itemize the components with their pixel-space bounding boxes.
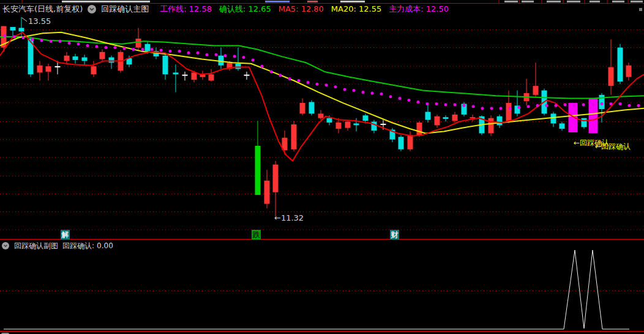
candle[interactable] (626, 63, 632, 80)
candle[interactable] (489, 115, 494, 136)
sub-indicator-value-label: 回踩确认: (62, 241, 94, 251)
candle[interactable] (524, 79, 530, 106)
chevron-down-icon[interactable] (2, 242, 9, 249)
candle[interactable] (551, 112, 556, 127)
candle[interactable] (497, 115, 503, 128)
indicator-field: MA20: 12.55 (331, 4, 381, 13)
window-edge-nub (639, 8, 642, 11)
stock-title: 长安汽车(日线,前复权) (2, 4, 83, 15)
candle[interactable] (82, 55, 88, 66)
sub-chart-header: 回踩确认副图 回踩确认: 0.00 (2, 241, 113, 250)
candle[interactable] (533, 63, 539, 96)
candle[interactable] (560, 122, 565, 131)
main-indicator-name: 回踩确认主图 (101, 4, 149, 15)
annotation-text: 13.55 (28, 17, 51, 26)
main-chart-header: 长安汽车(日线,前复权) 回踩确认主图 工作线: 12.58确认线: 12.65… (2, 4, 449, 15)
candle[interactable] (618, 44, 623, 85)
candle[interactable] (408, 132, 413, 151)
candle[interactable] (219, 48, 224, 69)
candle[interactable] (506, 91, 512, 124)
chevron-glyph (89, 6, 95, 12)
candle[interactable] (173, 64, 179, 92)
candle[interactable] (73, 54, 78, 64)
candle[interactable] (291, 121, 297, 151)
candle[interactable] (435, 115, 440, 128)
candle[interactable] (255, 121, 261, 195)
candle[interactable] (515, 91, 520, 116)
candle[interactable] (28, 37, 34, 77)
annotation-text: ←11.32 (274, 213, 304, 222)
candle[interactable] (109, 56, 114, 69)
candle[interactable] (91, 61, 97, 77)
candle[interactable] (136, 28, 141, 51)
candle[interactable] (163, 53, 168, 80)
signal-spike-line (4, 250, 629, 329)
candle[interactable] (64, 52, 70, 64)
candle[interactable] (608, 39, 614, 94)
candle[interactable] (300, 99, 305, 116)
candle[interactable] (244, 72, 250, 80)
indicator-values: 工作线: 12.58确认线: 12.65MA5: 12.80MA20: 12.5… (152, 4, 449, 15)
candle[interactable] (182, 72, 188, 81)
candle[interactable] (399, 135, 404, 151)
candle[interactable] (425, 104, 431, 123)
indicator-field: 主力成本: 12.50 (389, 4, 449, 13)
sub-indicator-value: 0.00 (97, 241, 113, 250)
candle[interactable] (264, 170, 270, 208)
candle[interactable] (209, 69, 214, 82)
candle[interactable] (470, 115, 476, 122)
indicator-field: 确认线: 12.65 (219, 4, 271, 13)
candle[interactable] (309, 101, 315, 116)
candlestick-chart[interactable]: 13.55←11.32←回踩确认←回踩确认 (0, 0, 644, 334)
candle[interactable] (372, 120, 377, 134)
candle[interactable] (200, 70, 206, 80)
candle[interactable] (282, 131, 288, 154)
ma5-line (0, 32, 644, 161)
price-gridlines (0, 29, 644, 230)
candle[interactable] (37, 61, 43, 80)
stock-chart-window: 13.55←11.32←回踩确认←回踩确认 长安汽车(日线,前复权) 回踩确认主… (0, 0, 644, 334)
candle[interactable] (100, 50, 105, 61)
indicator-field: MA5: 12.80 (279, 4, 324, 13)
indicator-field: 工作线: 12.58 (160, 4, 212, 13)
candle[interactable] (354, 118, 359, 132)
chevron-down-icon[interactable] (88, 5, 96, 13)
sub-indicator-name: 回踩确认副图 (14, 241, 58, 251)
candle[interactable] (443, 115, 449, 121)
chevron-glyph (3, 243, 8, 248)
candle[interactable] (345, 120, 351, 131)
signal-highlight-bar[interactable] (569, 103, 578, 132)
candle[interactable] (452, 112, 458, 123)
annotation-text: ←回踩确认 (595, 142, 631, 151)
candle[interactable] (273, 161, 279, 216)
candle[interactable] (417, 121, 422, 137)
